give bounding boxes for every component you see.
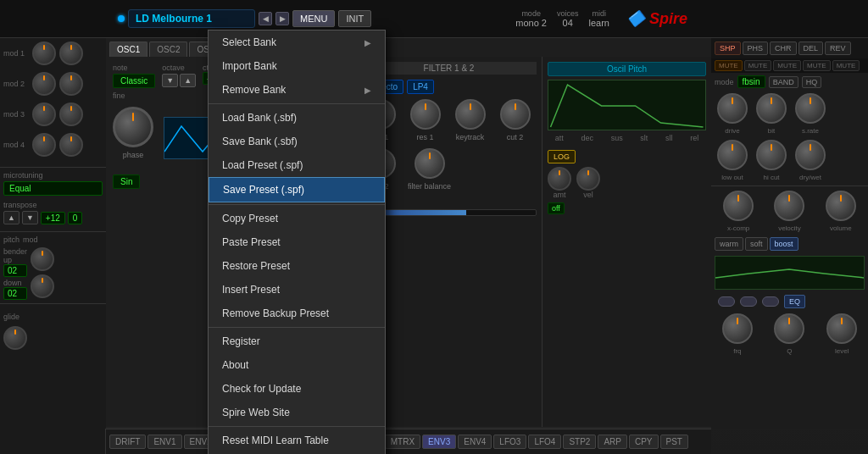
octave-down-btn[interactable]: ▼: [162, 74, 178, 87]
frq-knob[interactable]: [722, 313, 753, 344]
eq-btn[interactable]: EQ: [784, 295, 805, 308]
btab-env1[interactable]: ENV1: [147, 435, 181, 449]
pitch-knob[interactable]: [31, 247, 54, 271]
route-icon-3[interactable]: [762, 296, 779, 307]
btab-cpy2[interactable]: CPY: [629, 435, 659, 449]
mute-btn-1[interactable]: MUTE: [715, 60, 743, 71]
velocity-knob[interactable]: [774, 191, 804, 221]
btab-env3[interactable]: ENV3: [422, 435, 456, 449]
q-knob[interactable]: [774, 313, 804, 344]
wave-type-display[interactable]: Classic: [113, 74, 155, 88]
hi-cut-knob[interactable]: [756, 140, 787, 170]
low-out-knob[interactable]: [717, 140, 748, 170]
route-icon-1[interactable]: [718, 296, 735, 307]
menu-paste-preset[interactable]: Paste Preset: [209, 230, 385, 254]
menu-remove-backup-preset[interactable]: Remove Backup Preset: [209, 302, 385, 325]
menu-load-bank-sbf[interactable]: Load Bank (.sbf): [209, 106, 385, 130]
filter2-name[interactable]: LP4: [407, 80, 434, 94]
log-button[interactable]: LOG: [548, 150, 576, 163]
rel-label: rel: [690, 134, 698, 142]
transpose-up-arrow[interactable]: ▲: [3, 211, 19, 224]
fx-tab-phs[interactable]: PHS: [743, 42, 769, 55]
microtuning-display[interactable]: Equal: [3, 181, 103, 196]
btab-drift[interactable]: DRIFT: [109, 435, 146, 449]
phase-knob[interactable]: [113, 107, 153, 147]
mod4-knob[interactable]: [32, 133, 56, 157]
filter-balance-knob[interactable]: [415, 148, 445, 179]
menu-copy-preset[interactable]: Copy Preset: [209, 207, 385, 230]
menu-remove-bank[interactable]: Remove Bank ▶: [209, 78, 385, 102]
band-btn[interactable]: BAND: [769, 76, 798, 88]
menu-restore-preset[interactable]: Restore Preset: [209, 254, 385, 278]
btab-pst2[interactable]: PST: [660, 435, 688, 449]
bender-up-value[interactable]: 02: [3, 264, 27, 277]
bit-knob[interactable]: [756, 93, 787, 124]
octave-up-btn[interactable]: ▲: [180, 74, 196, 87]
menu-button[interactable]: MENU: [292, 10, 335, 27]
hq-btn[interactable]: HQ: [802, 76, 822, 88]
menu-save-preset-spf[interactable]: Save Preset (.spf): [209, 177, 385, 202]
btab-mtrx[interactable]: MTRX: [385, 435, 420, 449]
tab-osc2[interactable]: OSC2: [149, 42, 187, 57]
btab-env4[interactable]: ENV4: [458, 435, 492, 449]
next-preset-button[interactable]: ▶: [275, 12, 289, 25]
srate-knob[interactable]: [795, 93, 826, 124]
mute-btn-2[interactable]: MUTE: [744, 60, 772, 71]
menu-reset-midi[interactable]: Reset MIDI Learn Table: [209, 429, 385, 452]
transpose-value[interactable]: +12: [41, 212, 65, 224]
vel-knob[interactable]: [576, 167, 600, 191]
menu-select-bank[interactable]: Select Bank ▶: [209, 30, 385, 54]
menu-insert-preset[interactable]: Insert Preset: [209, 278, 385, 302]
keytrack-knob[interactable]: [455, 99, 486, 130]
mute-btn-4[interactable]: MUTE: [803, 60, 831, 71]
warm-btn[interactable]: warm: [715, 237, 743, 251]
mod1-knob[interactable]: [32, 42, 56, 65]
menu-register[interactable]: Register: [209, 329, 385, 353]
fx-tab-rev[interactable]: REV: [825, 42, 851, 55]
volume-knob[interactable]: [826, 191, 856, 221]
soft-btn[interactable]: soft: [745, 237, 768, 251]
fx-tab-del[interactable]: DEL: [798, 42, 824, 55]
level-knob[interactable]: [826, 313, 857, 344]
tab-osc1[interactable]: OSC1: [109, 42, 147, 57]
x-comp-knob[interactable]: [723, 191, 754, 221]
preset-name[interactable]: LD Melbourne 1: [128, 9, 255, 28]
fx-tab-chr[interactable]: CHR: [770, 42, 797, 55]
sin-display[interactable]: Sin: [113, 174, 140, 189]
btab-lfo4[interactable]: LFO4: [528, 435, 561, 449]
btab-stp2[interactable]: STP2: [563, 435, 596, 449]
menu-save-bank-sbf[interactable]: Save Bank (.sbf): [209, 130, 385, 153]
res1-knob[interactable]: [410, 99, 441, 130]
btab-arp[interactable]: ARP: [598, 435, 627, 449]
menu-load-preset-spf[interactable]: Load Preset (.spf): [209, 153, 385, 177]
mod3-knob[interactable]: [32, 102, 56, 126]
mod-knob-small[interactable]: [31, 274, 54, 298]
mod1-knob2[interactable]: [59, 42, 83, 65]
transpose-down-arrow[interactable]: ▼: [22, 211, 38, 224]
cut2-knob[interactable]: [500, 99, 531, 130]
fx-tab-shp[interactable]: SHP: [715, 42, 741, 55]
mod2-knob2[interactable]: [59, 72, 83, 96]
init-button[interactable]: INIT: [338, 10, 371, 27]
transpose-value2[interactable]: 0: [68, 212, 83, 224]
menu-import-bank[interactable]: Import Bank: [209, 54, 385, 78]
drive-knob[interactable]: [717, 93, 748, 124]
boost-btn[interactable]: boost: [770, 237, 798, 251]
fx-mode-value[interactable]: fbsin: [737, 75, 765, 88]
menu-check-update[interactable]: Check for Update: [209, 377, 385, 401]
route-icon-2[interactable]: [740, 296, 757, 307]
prev-preset-button[interactable]: ◀: [259, 12, 272, 25]
glide-label: glide: [3, 313, 19, 321]
menu-spire-web[interactable]: Spire Web Site: [209, 401, 385, 424]
mute-btn-5[interactable]: MUTE: [832, 60, 860, 71]
amt-knob[interactable]: [548, 167, 571, 191]
glide-knob[interactable]: [3, 326, 27, 350]
btab-lfo3[interactable]: LFO3: [493, 435, 526, 449]
dry-wet-knob[interactable]: [795, 140, 826, 170]
bender-down-value[interactable]: 02: [3, 287, 27, 300]
menu-about[interactable]: About: [209, 353, 385, 377]
mod4-knob2[interactable]: [59, 133, 83, 157]
mute-btn-3[interactable]: MUTE: [773, 60, 801, 71]
mod3-knob2[interactable]: [59, 102, 83, 126]
mod2-knob[interactable]: [32, 72, 56, 96]
